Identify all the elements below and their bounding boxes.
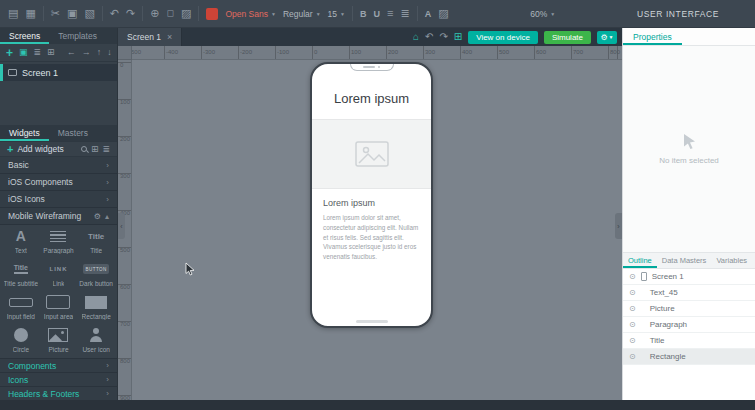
cut-icon[interactable]: ✂	[51, 8, 60, 19]
add-screen-icon[interactable]: +	[6, 47, 13, 59]
outline-row-title[interactable]: ⊙ Title	[623, 333, 755, 349]
title-subtitle-widget-icon: Title	[14, 264, 28, 274]
home-icon[interactable]: ⌂	[413, 32, 419, 42]
image-icon[interactable]: ▨	[181, 8, 191, 19]
paste-icon[interactable]: ▧	[84, 8, 94, 19]
add-widgets-row[interactable]: + Add widgets ⊞ ≣	[0, 141, 117, 157]
grid-view-icon[interactable]: ⊞	[91, 145, 99, 154]
simulation-settings-button[interactable]: ⚙▼	[597, 31, 617, 44]
widget-title-subtitle[interactable]: Title Title subtitle	[2, 258, 40, 291]
list-view-icon[interactable]: ≣	[102, 145, 110, 154]
canvas-tab-screen1[interactable]: Screen 1 ×	[118, 28, 182, 46]
toolbar-divider	[352, 6, 353, 21]
zoom-in-icon[interactable]: ⊕	[150, 8, 159, 19]
tab-screens[interactable]: Screens	[0, 28, 49, 44]
redo-icon[interactable]: ↷	[439, 32, 447, 42]
font-family-value: Open Sans	[225, 9, 268, 19]
align-left-icon[interactable]: ≡	[387, 8, 393, 19]
visibility-eye-icon[interactable]: ⊙	[629, 289, 636, 297]
phone-heading-widget[interactable]: Lorem ipsum	[323, 198, 420, 208]
widget-section-mobile-wireframing[interactable]: Mobile Wireframing ⚙ ▴	[0, 208, 117, 225]
text-color-button[interactable]: A	[425, 9, 432, 19]
simulate-button[interactable]: Simulate	[544, 31, 591, 44]
phone-mockup[interactable]: Lorem ipsum Lorem ipsum Lorem ipsum dolo…	[310, 62, 433, 328]
add-folder-icon[interactable]: ▣	[19, 48, 28, 57]
toolbar-divider	[142, 6, 143, 21]
undo-icon[interactable]: ↶	[110, 8, 119, 19]
account-menu[interactable]: USER INTERFACE	[637, 9, 719, 19]
close-tab-icon[interactable]: ×	[167, 32, 172, 42]
export-icon[interactable]: ▤	[8, 8, 18, 19]
phone-picture-widget[interactable]	[312, 119, 431, 189]
widget-input-area[interactable]: Input area	[40, 291, 78, 324]
phone-title-widget[interactable]: Lorem ipsum	[312, 91, 431, 106]
align-center-icon[interactable]: ≣	[400, 8, 409, 19]
underline-button[interactable]: U	[374, 9, 381, 19]
color-swatch[interactable]	[206, 8, 218, 20]
arrow-up-icon[interactable]: ↑	[97, 48, 102, 57]
arrow-left-icon[interactable]: ←	[67, 48, 76, 57]
visibility-eye-icon[interactable]: ⊙	[629, 337, 636, 345]
font-family-select[interactable]: Open Sans ▼	[225, 9, 275, 19]
arrow-down-icon[interactable]: ↓	[107, 48, 112, 57]
tab-data-masters[interactable]: Data Masters	[657, 253, 712, 268]
outline-row-picture[interactable]: ⊙ Picture	[623, 301, 755, 317]
tab-masters[interactable]: Masters	[49, 125, 97, 141]
widget-input-field[interactable]: Input field	[2, 291, 40, 324]
widget-section-ios-components[interactable]: iOS Components ›	[0, 174, 117, 191]
widget-title[interactable]: Title Title	[77, 225, 115, 258]
widget-section-ios-icons[interactable]: iOS Icons ›	[0, 191, 117, 208]
outline-row-text45[interactable]: ⊙ Text_45	[623, 285, 755, 301]
input-area-widget-icon	[46, 295, 70, 309]
font-size-select[interactable]: 15 ▼	[328, 9, 345, 19]
widget-section-headers-footers[interactable]: Headers & Footers ›	[0, 386, 117, 400]
zoom-select[interactable]: 60% ▼	[530, 9, 555, 19]
collapse-right-panel-handle[interactable]: ›	[615, 213, 622, 239]
widget-rectangle[interactable]: Rectangle	[77, 291, 115, 324]
outline-row-rectangle[interactable]: ⊙ Rectangle	[623, 349, 755, 365]
outline-row-screen1[interactable]: ⊙ Screen 1	[623, 269, 755, 285]
widget-section-icons[interactable]: Icons ›	[0, 372, 117, 386]
chevron-down-icon: ▼	[316, 11, 321, 17]
screen-list-item[interactable]: Screen 1	[0, 64, 117, 81]
search-icon[interactable]	[81, 146, 87, 152]
outline-tabbar: Outline Data Masters Variables	[623, 252, 755, 269]
arrow-right-icon[interactable]: →	[82, 48, 91, 57]
gear-icon[interactable]: ⚙	[94, 212, 101, 221]
tab-widgets[interactable]: Widgets	[0, 125, 49, 141]
grid-toggle-icon[interactable]: ⊞	[454, 32, 462, 42]
widget-user-icon[interactable]: User icon	[77, 324, 115, 357]
widget-circle[interactable]: Circle	[2, 324, 40, 357]
visibility-eye-icon[interactable]: ⊙	[629, 321, 636, 329]
phone-paragraph-widget[interactable]: Lorem ipsum dolor sit amet, consectetur …	[323, 213, 420, 262]
outline-row-paragraph[interactable]: ⊙ Paragraph	[623, 317, 755, 333]
redo-icon[interactable]: ↷	[126, 8, 135, 19]
view-on-device-button[interactable]: View on device	[468, 31, 538, 44]
bold-button[interactable]: B	[360, 9, 367, 19]
widget-paragraph[interactable]: Paragraph	[40, 225, 78, 258]
grid-icon[interactable]: ▦	[25, 8, 35, 19]
font-style-select[interactable]: Regular ▼	[283, 9, 321, 19]
widget-dark-button[interactable]: BUTTON Dark button	[77, 258, 115, 291]
tab-outline[interactable]: Outline	[623, 253, 657, 268]
visibility-eye-icon[interactable]: ⊙	[629, 273, 636, 281]
undo-icon[interactable]: ↶	[425, 32, 433, 42]
tab-templates[interactable]: Templates	[49, 28, 106, 44]
widget-text[interactable]: A Text	[2, 225, 40, 258]
visibility-eye-icon[interactable]: ⊙	[629, 305, 636, 313]
widget-picture[interactable]: Picture	[40, 324, 78, 357]
list-view-icon[interactable]: ≣	[34, 48, 42, 57]
fill-color-icon[interactable]: ▨	[438, 8, 448, 19]
widget-section-components[interactable]: Components ›	[0, 358, 117, 372]
collapse-left-panel-handle[interactable]: ‹	[118, 213, 125, 239]
copy-icon[interactable]: ▣	[67, 8, 77, 19]
canvas-viewport[interactable]: Lorem ipsum Lorem ipsum Lorem ipsum dolo…	[132, 60, 622, 400]
tab-variables[interactable]: Variables	[711, 253, 752, 268]
comment-icon[interactable]: ◻	[167, 9, 174, 18]
cursor-icon	[682, 133, 697, 150]
widget-link[interactable]: LINK Link	[40, 258, 78, 291]
grid-view-icon[interactable]: ⊞	[47, 48, 55, 57]
tab-properties[interactable]: Properties	[623, 28, 682, 45]
visibility-eye-icon[interactable]: ⊙	[629, 353, 636, 361]
widget-section-basic[interactable]: Basic ›	[0, 157, 117, 174]
